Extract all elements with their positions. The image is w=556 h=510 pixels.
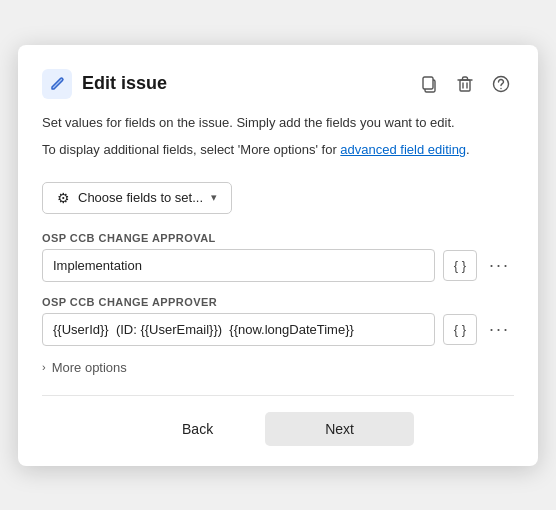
- pencil-icon: [42, 69, 72, 99]
- chevron-down-icon: ▾: [211, 191, 217, 204]
- advanced-field-link[interactable]: advanced field editing: [340, 142, 466, 157]
- modal-footer: Back Next: [42, 395, 514, 446]
- copy-button[interactable]: [416, 71, 442, 97]
- description2-prefix: To display additional fields, select 'Mo…: [42, 142, 340, 157]
- trash-icon: [456, 75, 474, 93]
- svg-rect-1: [423, 77, 433, 89]
- help-icon: [492, 75, 510, 93]
- field-row-1: { } ···: [42, 313, 514, 346]
- edit-issue-modal: Edit issue: [18, 45, 538, 466]
- choose-fields-label: Choose fields to set...: [78, 190, 203, 205]
- title-group: Edit issue: [42, 69, 167, 99]
- description2-suffix: .: [466, 142, 470, 157]
- copy-icon: [420, 75, 438, 93]
- delete-button[interactable]: [452, 71, 478, 97]
- curly-button-1[interactable]: { }: [443, 314, 477, 345]
- next-button[interactable]: Next: [265, 412, 414, 446]
- header-actions: [416, 71, 514, 97]
- back-button[interactable]: Back: [142, 412, 253, 446]
- description1: Set values for fields on the issue. Simp…: [42, 113, 514, 133]
- field-input-0[interactable]: [42, 249, 435, 282]
- choose-fields-button[interactable]: ⚙ Choose fields to set... ▾: [42, 182, 232, 214]
- field-label-0: OSP CCB Change Approval: [42, 232, 514, 244]
- chevron-right-icon: ›: [42, 361, 46, 373]
- description2: To display additional fields, select 'Mo…: [42, 140, 514, 160]
- svg-rect-2: [460, 80, 470, 91]
- more-options-label: More options: [52, 360, 127, 375]
- more-options-toggle[interactable]: › More options: [42, 360, 514, 375]
- curly-button-0[interactable]: { }: [443, 250, 477, 281]
- modal-header: Edit issue: [42, 69, 514, 99]
- field-section-1: OSP CCB Change Approver { } ···: [42, 296, 514, 346]
- svg-point-4: [500, 87, 502, 89]
- modal-title: Edit issue: [82, 73, 167, 94]
- field-row-0: { } ···: [42, 249, 514, 282]
- more-menu-button-1[interactable]: ···: [485, 318, 514, 340]
- help-button[interactable]: [488, 71, 514, 97]
- field-label-1: OSP CCB Change Approver: [42, 296, 514, 308]
- gear-icon: ⚙: [57, 190, 70, 206]
- field-section-0: OSP CCB Change Approval { } ···: [42, 232, 514, 282]
- more-menu-button-0[interactable]: ···: [485, 254, 514, 276]
- field-input-1[interactable]: [42, 313, 435, 346]
